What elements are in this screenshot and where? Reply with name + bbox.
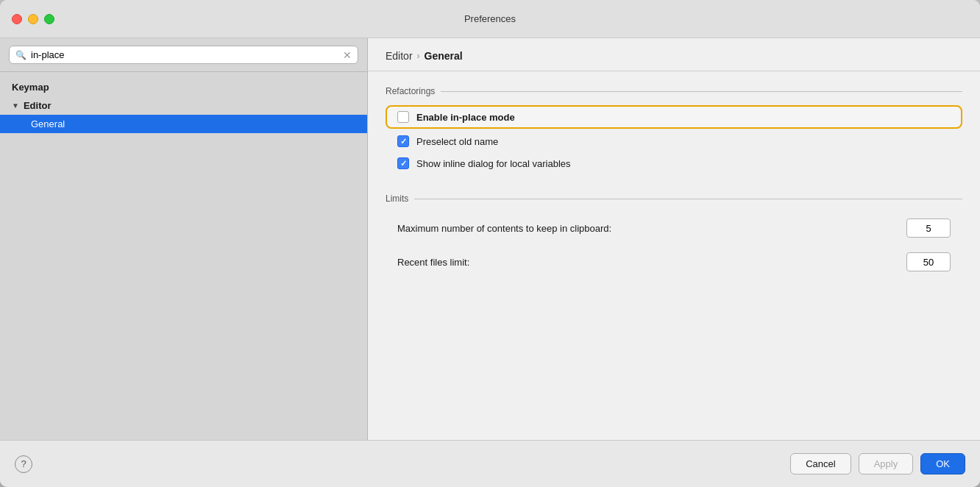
sidebar-item-keymap[interactable]: Keymap xyxy=(0,78,367,96)
show-inline-dialog-row: Show inline dialog for local variables xyxy=(386,154,962,173)
ok-button[interactable]: OK xyxy=(920,453,965,474)
close-button[interactable] xyxy=(12,14,22,24)
enable-in-place-mode-checkbox[interactable] xyxy=(397,111,409,123)
recent-files-limit-label: Recent files limit: xyxy=(397,257,469,268)
recent-files-limit-input[interactable] xyxy=(906,252,951,271)
keymap-label: Keymap xyxy=(12,82,49,93)
traffic-lights xyxy=(12,14,54,24)
preselect-old-name-label: Preselect old name xyxy=(416,136,498,147)
breadcrumb-separator: › xyxy=(417,51,420,61)
content-panel: Editor › General Refactorings Enable in-… xyxy=(368,38,980,440)
clipboard-limit-label: Maximum number of contents to keep in cl… xyxy=(397,223,611,234)
content-body: Refactorings Enable in-place mode Presel… xyxy=(368,71,980,440)
footer-left: ? xyxy=(15,455,32,473)
clipboard-limit-input[interactable] xyxy=(906,218,951,238)
refactorings-title: Refactorings xyxy=(386,86,962,96)
general-label: General xyxy=(31,118,65,129)
window-title: Preferences xyxy=(464,13,516,24)
show-inline-dialog-label: Show inline dialog for local variables xyxy=(416,158,571,169)
preselect-old-name-checkbox[interactable] xyxy=(397,135,409,147)
clipboard-limit-row: Maximum number of contents to keep in cl… xyxy=(386,213,962,244)
refactorings-section: Refactorings Enable in-place mode Presel… xyxy=(386,86,962,173)
breadcrumb-parent: Editor xyxy=(386,50,413,62)
limits-section: Limits Maximum number of contents to kee… xyxy=(386,193,962,277)
show-inline-dialog-checkbox[interactable] xyxy=(397,157,409,169)
maximize-button[interactable] xyxy=(44,14,54,24)
preselect-old-name-row: Preselect old name xyxy=(386,132,962,151)
minimize-button[interactable] xyxy=(28,14,38,24)
sidebar: 🔍 ✕ Keymap ▼ Editor General xyxy=(0,38,368,440)
sidebar-item-editor[interactable]: ▼ Editor xyxy=(0,96,367,115)
main-content: 🔍 ✕ Keymap ▼ Editor General xyxy=(0,38,980,440)
sidebar-item-general[interactable]: General xyxy=(0,115,367,133)
search-icon: 🔍 xyxy=(15,50,26,60)
apply-button[interactable]: Apply xyxy=(859,453,914,474)
enable-in-place-mode-row: Enable in-place mode xyxy=(386,105,962,129)
recent-files-limit-row: Recent files limit: xyxy=(386,246,962,277)
preferences-window: Preferences 🔍 ✕ Keymap ▼ Editor xyxy=(0,0,980,487)
content-header: Editor › General xyxy=(368,38,980,71)
search-bar: 🔍 ✕ xyxy=(0,38,367,72)
footer: ? Cancel Apply OK xyxy=(0,440,980,487)
search-clear-icon[interactable]: ✕ xyxy=(343,50,352,60)
cancel-button[interactable]: Cancel xyxy=(790,453,851,474)
editor-label: Editor xyxy=(24,100,52,111)
nav-tree: Keymap ▼ Editor General xyxy=(0,72,367,440)
search-input-wrapper[interactable]: 🔍 ✕ xyxy=(9,46,358,64)
editor-triangle-icon: ▼ xyxy=(12,102,19,110)
help-button[interactable]: ? xyxy=(15,455,32,473)
enable-in-place-mode-label: Enable in-place mode xyxy=(416,112,515,123)
footer-right: Cancel Apply OK xyxy=(790,453,965,474)
breadcrumb-current: General xyxy=(425,50,463,62)
search-input[interactable] xyxy=(31,49,338,60)
limits-title: Limits xyxy=(386,193,962,204)
title-bar: Preferences xyxy=(0,0,980,38)
